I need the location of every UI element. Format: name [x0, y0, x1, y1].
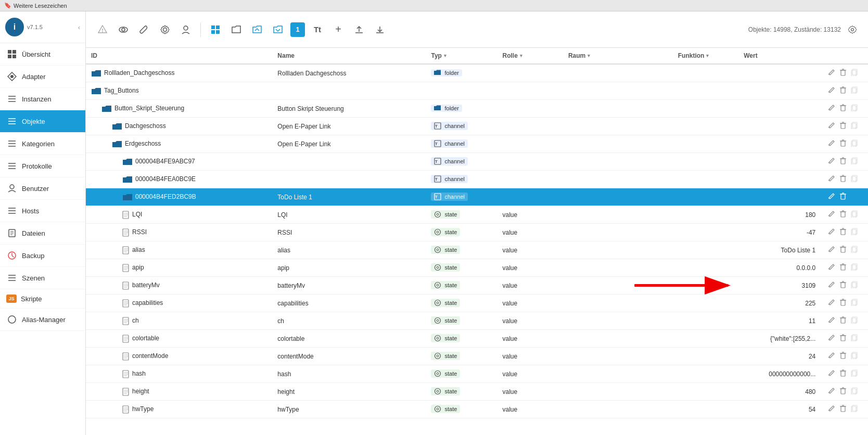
edit-button[interactable] — [826, 333, 837, 344]
table-row[interactable]: LQILQIstatevalue180 — [86, 206, 868, 224]
wrench-icon[interactable] — [136, 21, 152, 38]
table-row[interactable]: aliasaliasstatevalueToDo Liste 1 — [86, 241, 868, 259]
sidebar-item-ubersicht[interactable]: Übersicht — [0, 43, 85, 66]
table-row[interactable]: apipapipstatevalue0.0.0.0 — [86, 259, 868, 277]
table-row[interactable]: 000004B4FE9ABC97Tchannel — [86, 153, 868, 171]
sidebar-collapse-button[interactable]: ‹ — [78, 23, 80, 31]
copy-button[interactable] — [849, 103, 860, 114]
sidebar-item-protokolle[interactable]: Protokolle — [0, 155, 85, 177]
col-header-name[interactable]: Name — [272, 48, 426, 64]
person-icon[interactable] — [177, 21, 194, 38]
edit-button[interactable] — [826, 85, 837, 96]
delete-button[interactable] — [837, 209, 849, 220]
sidebar-item-instanzen[interactable]: Instanzen — [0, 88, 85, 110]
edit-button[interactable] — [826, 404, 837, 415]
edit-button[interactable] — [826, 280, 837, 291]
delete-button[interactable] — [837, 191, 849, 202]
delete-button[interactable] — [837, 103, 849, 114]
copy-button[interactable] — [849, 121, 860, 132]
edit-button[interactable] — [826, 227, 837, 238]
sidebar-item-hosts[interactable]: Hosts — [0, 200, 85, 222]
delete-button[interactable] — [837, 138, 849, 149]
delete-button[interactable] — [837, 368, 849, 379]
toolbar-settings-icon[interactable] — [845, 22, 860, 37]
new-folder-icon[interactable] — [228, 21, 245, 38]
col-header-id[interactable]: ID — [86, 48, 272, 64]
sidebar-item-alias-manager[interactable]: Alias-Manager — [0, 309, 85, 331]
copy-button[interactable] — [849, 227, 860, 238]
upload-icon[interactable] — [351, 21, 367, 38]
edit-button[interactable] — [826, 351, 837, 362]
delete-button[interactable] — [837, 280, 849, 291]
sidebar-item-kategorien[interactable]: Kategorien — [0, 133, 85, 155]
table-row[interactable]: hwTypehwTypestatevalue54 — [86, 401, 868, 418]
edit-button[interactable] — [826, 209, 837, 220]
edit-button[interactable] — [826, 103, 837, 114]
delete-button[interactable] — [837, 174, 849, 185]
alert-icon[interactable] — [94, 21, 111, 38]
delete-button[interactable] — [837, 351, 849, 362]
table-row[interactable]: 000004B4FED2BC9BToDo Liste 1Tchannel — [86, 188, 868, 206]
edit-button[interactable] — [826, 262, 837, 273]
sidebar-item-dateien[interactable]: Dateien — [0, 222, 85, 245]
copy-button[interactable] — [849, 174, 860, 185]
sidebar-item-szenen[interactable]: Szenen — [0, 267, 85, 289]
table-row[interactable]: Rollladen_DachgeschossRollladen Dachgesc… — [86, 64, 868, 82]
table-row[interactable]: ErdgeschossOpen E-Paper LinkTchannel — [86, 135, 868, 153]
delete-button[interactable] — [837, 404, 849, 415]
edit-button[interactable] — [826, 245, 837, 255]
copy-button[interactable] — [849, 156, 860, 167]
copy-button[interactable] — [849, 209, 860, 220]
copy-button[interactable] — [849, 280, 860, 291]
table-row[interactable]: heightheightstatevalue480 — [86, 383, 868, 401]
sidebar-item-benutzer[interactable]: Benutzer — [0, 177, 85, 200]
grid-view-icon[interactable] — [207, 21, 224, 38]
table-row[interactable]: colortablecolortablestatevalue{"white":[… — [86, 330, 868, 348]
copy-button[interactable] — [849, 315, 860, 326]
filter-number-icon[interactable]: 1 — [290, 22, 305, 37]
table-row[interactable]: Button_Skript_SteuerungButton Skript Ste… — [86, 100, 868, 118]
copy-button[interactable] — [849, 262, 860, 273]
delete-button[interactable] — [837, 386, 849, 397]
delete-button[interactable] — [837, 227, 849, 238]
gear-icon[interactable] — [157, 21, 173, 38]
copy-button[interactable] — [849, 333, 860, 344]
delete-button[interactable] — [837, 245, 849, 255]
table-row[interactable]: capabilitiescapabilitiesstatevalue225 — [86, 295, 868, 312]
delete-button[interactable] — [837, 315, 849, 326]
table-row[interactable]: RSSIRSSIstatevalue-47 — [86, 224, 868, 241]
copy-button[interactable] — [849, 351, 860, 362]
col-header-funktion[interactable]: Funktion ▾ — [673, 48, 738, 64]
copy-button[interactable] — [849, 386, 860, 397]
text-format-icon[interactable]: Tt — [309, 21, 326, 38]
table-row[interactable]: Tag_Buttons — [86, 82, 868, 100]
delete-button[interactable] — [837, 85, 849, 96]
copy-button[interactable] — [849, 298, 860, 309]
col-header-rolle[interactable]: Rolle ▾ — [497, 48, 563, 64]
copy-button[interactable] — [849, 68, 860, 79]
eye-icon[interactable] — [115, 21, 132, 38]
collapse-folder-icon[interactable] — [270, 21, 286, 38]
copy-button[interactable] — [849, 368, 860, 379]
edit-button[interactable] — [826, 386, 837, 397]
col-header-raum[interactable]: Raum ▾ — [563, 48, 673, 64]
copy-button[interactable] — [849, 138, 860, 149]
sidebar-item-objekte[interactable]: Objekte — [0, 110, 85, 133]
edit-button[interactable] — [826, 68, 837, 79]
sidebar-item-backup[interactable]: Backup — [0, 245, 85, 267]
table-row[interactable]: batteryMvbatteryMvstatevalue3109 — [86, 277, 868, 295]
delete-button[interactable] — [837, 262, 849, 273]
table-row[interactable]: hashhashstatevalue000000000000... — [86, 365, 868, 383]
copy-button[interactable] — [849, 245, 860, 255]
download-icon[interactable] — [372, 21, 388, 38]
edit-button[interactable] — [826, 315, 837, 326]
delete-button[interactable] — [837, 298, 849, 309]
sidebar-item-adapter[interactable]: Adapter — [0, 66, 85, 88]
delete-button[interactable] — [837, 68, 849, 79]
edit-button[interactable] — [826, 191, 837, 202]
delete-button[interactable] — [837, 121, 849, 132]
edit-button[interactable] — [826, 138, 837, 149]
edit-button[interactable] — [826, 174, 837, 185]
expand-folder-icon[interactable] — [249, 21, 265, 38]
delete-button[interactable] — [837, 333, 849, 344]
